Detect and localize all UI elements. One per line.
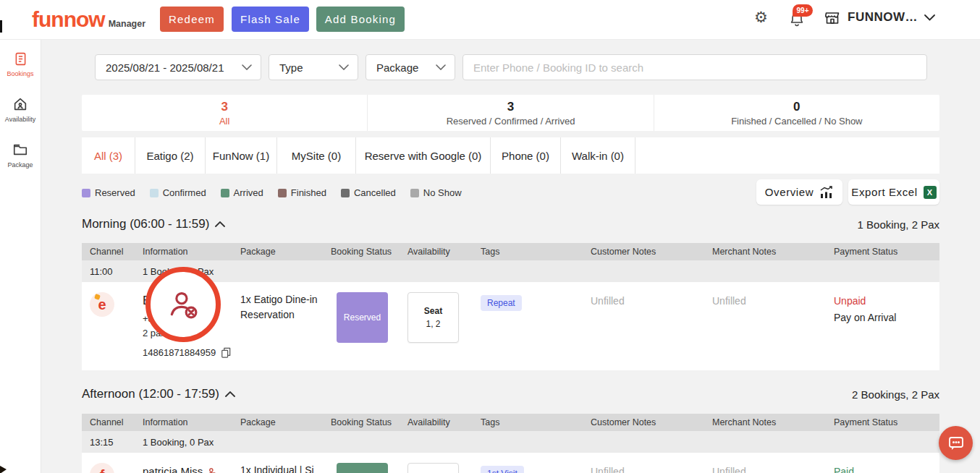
booking-row[interactable]: f patricia Miss 1x Individual | Si	[82, 453, 939, 473]
main-content: 2025/08/21 - 2025/08/21 Type Package 3 A…	[41, 40, 980, 473]
date-range-value: 2025/08/21 - 2025/08/21	[106, 61, 224, 74]
package-value: Package	[376, 61, 418, 74]
tab-all[interactable]: All (3)	[82, 137, 135, 174]
cursor-artifact	[0, 466, 7, 473]
tab-phone[interactable]: Phone (0)	[491, 137, 561, 174]
package-icon	[12, 142, 28, 158]
section-morning-toggle[interactable]: Morning (06:00 - 11:59)	[82, 217, 225, 231]
tag-repeat: Repeat	[481, 295, 522, 311]
booking-id: 14861871884959	[143, 347, 232, 358]
section-afternoon-header: Afternoon (12:00 - 17:59) 2 Bookings, 2 …	[82, 385, 939, 404]
flash-sale-button[interactable]: Flash Sale	[232, 7, 309, 32]
legend-reserved: Reserved	[82, 187, 135, 198]
notification-count-badge: 99+	[793, 4, 813, 17]
export-excel-button[interactable]: Export Excel X	[848, 179, 939, 205]
legend-swatch	[150, 189, 159, 197]
customer-blocked-icon[interactable]	[165, 286, 201, 323]
chat-support-button[interactable]	[939, 426, 973, 460]
status-legend: Reserved Confirmed Arrived Finished Canc…	[82, 187, 462, 198]
time-slot-summary: 1 Booking, 2 Pax	[135, 266, 939, 277]
settings-gear-icon[interactable]: ⚙	[754, 9, 768, 25]
legend-finished: Finished	[278, 187, 326, 198]
afternoon-table: Channel Information Package Booking Stat…	[82, 414, 939, 473]
booking-stats-bar: 3 All 3 Reserved / Confirmed / Arrived 0…	[82, 95, 939, 131]
stat-all[interactable]: 3 All	[82, 95, 367, 131]
booking-status-chip[interactable]: Reserved	[337, 292, 388, 343]
type-select[interactable]: Type	[269, 54, 358, 80]
time-slot: 11:00	[82, 266, 135, 277]
chevron-down-icon	[924, 14, 935, 21]
chat-bubble-icon	[947, 435, 965, 451]
merchant-notes: Unfilled	[712, 292, 826, 307]
funnow-logo[interactable]: funnow Manager	[32, 7, 145, 32]
availability-box[interactable]: Seat 1, 2	[407, 292, 459, 343]
payment-status: Paid	[834, 463, 939, 473]
eatigo-channel-icon: e	[90, 292, 114, 317]
legend-swatch	[221, 189, 229, 197]
screen-edge-artifact	[0, 20, 2, 33]
funnow-manager-app: funnow Manager Redeem Flash Sale Add Boo…	[0, 0, 980, 473]
legend-noshow: No Show	[410, 187, 462, 198]
section-morning-summary: 1 Booking, 2 Pax	[858, 218, 939, 231]
logo-suffix: Manager	[109, 19, 145, 29]
payment-note: Pay on Arrival	[834, 312, 939, 323]
time-group-row: 13:15 1 Booking, 0 Pax	[82, 431, 939, 453]
section-afternoon-toggle[interactable]: Afternoon (12:00 - 17:59)	[82, 387, 235, 401]
redeem-button[interactable]: Redeem	[160, 7, 224, 32]
legend-swatch	[82, 189, 90, 197]
legend-confirmed: Confirmed	[150, 187, 206, 198]
tab-mysite[interactable]: MySite (0)	[277, 137, 356, 174]
table-header-row: Channel Information Package Booking Stat…	[82, 243, 939, 260]
table-header-row: Channel Information Package Booking Stat…	[82, 414, 939, 431]
sidebar-item-package[interactable]: Package	[7, 142, 33, 169]
stat-closed[interactable]: 0 Finished / Cancelled / No Show	[654, 95, 939, 131]
legend-arrived: Arrived	[221, 187, 263, 198]
left-sidebar: Bookings Availability Package	[0, 40, 41, 473]
overview-button[interactable]: Overview	[756, 179, 842, 205]
customer-blocked-icon[interactable]	[206, 466, 217, 473]
tab-funnow[interactable]: FunNow (1)	[206, 137, 277, 174]
booking-status-chip[interactable]	[337, 463, 388, 473]
chevron-down-icon	[242, 64, 252, 70]
stat-active[interactable]: 3 Reserved / Confirmed / Arrived	[367, 95, 653, 131]
store-selector[interactable]: FUNNOW…	[824, 9, 935, 26]
date-range-select[interactable]: 2025/08/21 - 2025/08/21	[95, 54, 261, 80]
customer-notes: Unfilled	[591, 463, 704, 473]
legend-swatch	[278, 189, 287, 197]
legend-cancelled: Cancelled	[341, 187, 396, 198]
add-booking-button[interactable]: Add Booking	[316, 7, 405, 32]
annotation-highlight-circle	[145, 267, 221, 342]
tab-walkin[interactable]: Walk-in (0)	[561, 137, 635, 174]
chevron-up-icon	[225, 391, 235, 397]
customer-notes: Unfilled	[591, 292, 704, 307]
tab-reserve-with-google[interactable]: Reserve with Google (0)	[356, 137, 491, 174]
sidebar-item-bookings[interactable]: Bookings	[7, 51, 33, 77]
availability-box[interactable]	[407, 463, 459, 473]
package-name: 1x Eatigo Dine-in Reservation	[240, 292, 321, 323]
channel-tabs: All (3) Eatigo (2) FunNow (1) MySite (0)…	[82, 137, 939, 174]
section-afternoon-summary: 2 Bookings, 2 Pax	[852, 388, 939, 401]
funnow-channel-icon: f	[90, 463, 114, 473]
chart-icon	[819, 186, 834, 199]
store-name: FUNNOW…	[848, 10, 918, 25]
top-header: funnow Manager Redeem Flash Sale Add Boo…	[0, 0, 980, 40]
search-input[interactable]	[462, 54, 927, 80]
time-slot-summary: 1 Booking, 0 Pax	[135, 437, 939, 448]
customer-name[interactable]: patricia Miss	[143, 463, 232, 473]
sidebar-item-availability[interactable]: Availability	[5, 96, 35, 123]
package-select[interactable]: Package	[366, 54, 455, 80]
copy-icon[interactable]	[221, 347, 231, 358]
time-slot: 13:15	[82, 437, 135, 448]
package-name: 1x Individual | Si	[240, 463, 321, 473]
merchant-notes: Unfilled	[712, 463, 826, 473]
availability-icon	[12, 96, 28, 112]
storefront-icon	[824, 9, 841, 26]
section-morning-header: Morning (06:00 - 11:59) 1 Booking, 2 Pax	[82, 215, 939, 234]
tab-eatigo[interactable]: Eatigo (2)	[135, 137, 206, 174]
payment-status: Unpaid	[834, 292, 939, 307]
chevron-up-icon	[215, 221, 225, 227]
logo-text: funnow	[32, 7, 105, 32]
type-value: Type	[279, 61, 303, 74]
tag-first-visit: 1st Visit	[481, 466, 524, 473]
excel-icon: X	[924, 186, 937, 199]
